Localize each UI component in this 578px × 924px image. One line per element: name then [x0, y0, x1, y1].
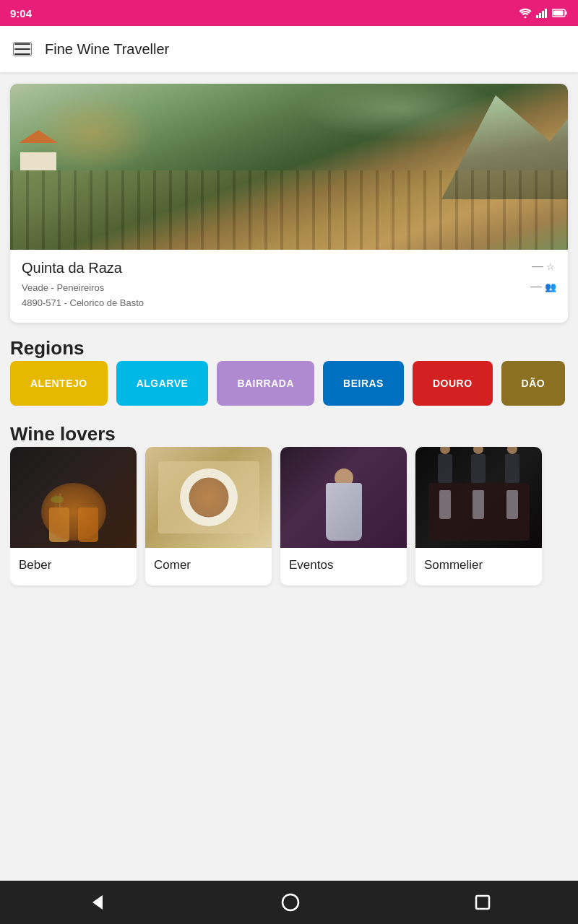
- svg-rect-2: [539, 13, 541, 18]
- home-icon: [280, 892, 301, 912]
- svg-rect-10: [476, 896, 489, 909]
- quinta-address-line1: Veade - Peneireiros: [22, 281, 144, 296]
- sommelier-decoration: [428, 483, 530, 541]
- recent-icon: [474, 894, 491, 911]
- svg-marker-8: [92, 895, 103, 910]
- svg-rect-6: [566, 12, 567, 15]
- region-chip-dão[interactable]: DÃO: [501, 361, 566, 406]
- somm-person1: [438, 454, 452, 483]
- dash2-icon: —: [530, 280, 542, 293]
- beber-image: [10, 447, 137, 548]
- event-decoration: [315, 468, 373, 541]
- wine-lover-card-sommelier[interactable]: Sommelier: [415, 447, 542, 585]
- quinta-name: Quinta da Raza: [22, 260, 144, 276]
- status-bar: 9:04: [0, 0, 578, 26]
- group-icon: 👥: [545, 282, 556, 292]
- svg-point-9: [282, 894, 298, 910]
- somm-glass2: [473, 490, 484, 519]
- sommelier-label: Sommelier: [415, 548, 542, 585]
- feature-card[interactable]: Quinta da Raza Veade - Peneireiros 4890-…: [10, 84, 568, 323]
- garnish: [51, 496, 64, 503]
- main-content: Quinta da Raza Veade - Peneireiros 4890-…: [0, 72, 578, 881]
- somm-people: [428, 447, 530, 483]
- glass-body1: [49, 507, 69, 542]
- somm-person3: [505, 454, 519, 483]
- house-body: [20, 152, 56, 170]
- beber-label: Beber: [10, 548, 137, 585]
- home-button[interactable]: [280, 892, 301, 912]
- star-icon: ☆: [546, 261, 555, 272]
- back-icon: [87, 892, 107, 912]
- svg-rect-4: [545, 9, 547, 18]
- regions-title: Regions: [10, 337, 568, 359]
- event-dress: [326, 483, 362, 541]
- feature-card-info: Quinta da Raza Veade - Peneireiros 4890-…: [10, 250, 568, 323]
- svg-rect-1: [536, 15, 538, 18]
- wine-lover-card-comer[interactable]: Comer: [145, 447, 272, 585]
- straw1: [55, 493, 57, 515]
- house-roof: [19, 130, 58, 143]
- battery-icon: [552, 9, 568, 17]
- somm-person2: [471, 454, 486, 483]
- glass2: [78, 499, 98, 542]
- menu-button[interactable]: [13, 42, 32, 56]
- favorite-button[interactable]: — ☆: [532, 260, 555, 273]
- somm-glass1: [439, 490, 451, 519]
- somm-head1: [440, 447, 450, 454]
- status-icons: [519, 8, 568, 18]
- glass-body2: [78, 507, 98, 542]
- region-chip-bairrada[interactable]: BAIRRADA: [217, 361, 314, 406]
- somm-glass3: [506, 490, 518, 519]
- wine-lover-card-eventos[interactable]: Eventos: [280, 447, 407, 585]
- food-plate: [180, 468, 238, 526]
- group-button[interactable]: — 👥: [530, 280, 556, 293]
- region-chip-algarve[interactable]: ALGARVE: [116, 361, 209, 406]
- food-item: [189, 477, 228, 517]
- app-bar: Fine Wine Traveller: [0, 26, 578, 72]
- wine-lovers-section: Wine lovers Beber: [10, 423, 568, 588]
- house-decoration: [20, 141, 56, 170]
- sommelier-image: [415, 447, 542, 548]
- feature-card-actions: — ☆ — 👥: [530, 260, 556, 293]
- wine-lover-card-beber[interactable]: Beber: [10, 447, 137, 585]
- recent-button[interactable]: [474, 894, 491, 911]
- signal-icon: [536, 8, 548, 18]
- mountain-decoration: [387, 84, 568, 199]
- region-chip-douro[interactable]: DOURO: [413, 361, 493, 406]
- somm-head2: [473, 447, 483, 454]
- status-time: 9:04: [10, 7, 32, 19]
- comer-label: Comer: [145, 548, 272, 585]
- somm-head3: [507, 447, 517, 454]
- feature-card-text: Quinta da Raza Veade - Peneireiros 4890-…: [22, 260, 144, 311]
- straw2: [59, 493, 61, 515]
- back-button[interactable]: [87, 892, 107, 912]
- comer-image: [145, 447, 272, 548]
- glass1: [49, 499, 69, 542]
- regions-section: Regions ALENTEJOALGARVEBAIRRADABEIRASDOU…: [10, 337, 568, 409]
- wine-lovers-grid: Beber Comer Eventos: [10, 447, 568, 588]
- wifi-icon: [519, 8, 532, 18]
- food-decoration: [158, 461, 259, 533]
- region-chip-beiras[interactable]: BEIRAS: [323, 361, 404, 406]
- eventos-image: [280, 447, 407, 548]
- svg-point-0: [525, 17, 527, 19]
- app-title: Fine Wine Traveller: [45, 41, 169, 58]
- svg-rect-3: [542, 11, 544, 18]
- feature-card-image: [10, 84, 568, 250]
- svg-rect-7: [553, 11, 564, 16]
- bottom-nav: [0, 881, 578, 924]
- eventos-label: Eventos: [280, 548, 407, 585]
- quinta-address-line2: 4890-571 - Celorico de Basto: [22, 296, 144, 311]
- region-chip-alentejo[interactable]: ALENTEJO: [10, 361, 108, 406]
- dash-icon: —: [532, 260, 543, 273]
- drink-decoration: [49, 499, 98, 542]
- regions-scroll: ALENTEJOALGARVEBAIRRADABEIRASDOURODÃO: [10, 361, 568, 409]
- wine-lovers-title: Wine lovers: [10, 423, 568, 445]
